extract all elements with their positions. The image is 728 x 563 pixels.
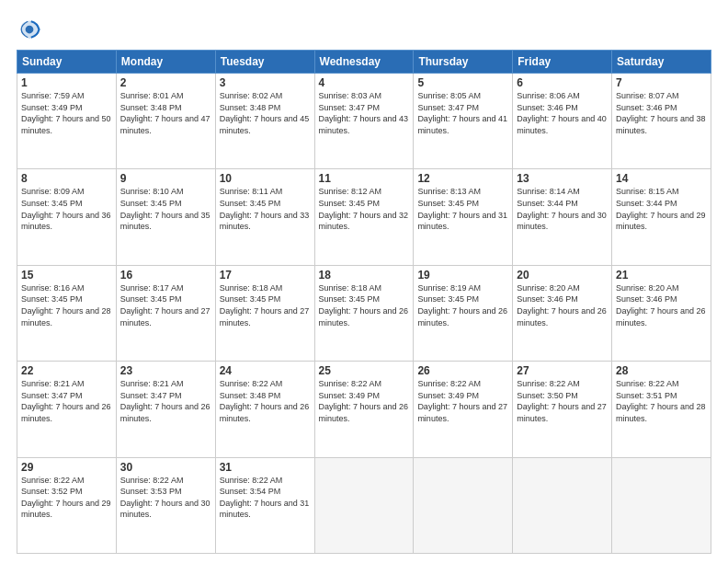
day-info: Sunrise: 8:03 AMSunset: 3:47 PMDaylight:… [319,90,410,136]
day-info: Sunrise: 8:20 AMSunset: 3:46 PMDaylight:… [517,282,608,328]
day-info: Sunrise: 8:01 AMSunset: 3:48 PMDaylight:… [120,90,211,136]
calendar-cell: 22Sunrise: 8:21 AMSunset: 3:47 PMDayligh… [17,362,117,457]
day-number: 31 [220,461,311,474]
calendar-cell [414,457,513,553]
day-info: Sunrise: 8:22 AMSunset: 3:49 PMDaylight:… [417,378,508,424]
day-number: 21 [616,269,707,282]
weekday-header-tuesday: Tuesday [215,51,314,74]
day-info: Sunrise: 8:17 AMSunset: 3:45 PMDaylight:… [120,282,211,328]
day-number: 13 [517,172,608,185]
header [17,17,711,42]
day-number: 16 [120,269,211,282]
calendar-cell: 14Sunrise: 8:15 AMSunset: 3:44 PMDayligh… [612,169,711,265]
weekday-row: SundayMondayTuesdayWednesdayThursdayFrid… [17,51,711,74]
day-info: Sunrise: 8:10 AMSunset: 3:45 PMDaylight:… [120,186,211,232]
day-info: Sunrise: 8:12 AMSunset: 3:45 PMDaylight:… [319,186,410,232]
day-number: 9 [120,172,211,185]
day-number: 25 [319,364,410,377]
calendar-cell: 26Sunrise: 8:22 AMSunset: 3:49 PMDayligh… [414,362,513,457]
day-number: 22 [21,364,112,377]
weekday-header-saturday: Saturday [612,51,711,74]
day-info: Sunrise: 8:21 AMSunset: 3:47 PMDaylight:… [120,378,211,424]
day-number: 11 [319,172,410,185]
day-number: 30 [120,461,211,474]
day-info: Sunrise: 8:22 AMSunset: 3:51 PMDaylight:… [616,378,707,424]
calendar-cell: 16Sunrise: 8:17 AMSunset: 3:45 PMDayligh… [116,265,215,361]
day-number: 14 [616,172,707,185]
calendar-cell: 7Sunrise: 8:07 AMSunset: 3:46 PMDaylight… [612,74,711,169]
calendar-cell: 8Sunrise: 8:09 AMSunset: 3:45 PMDaylight… [17,169,117,265]
calendar-cell: 23Sunrise: 8:21 AMSunset: 3:47 PMDayligh… [116,362,215,457]
day-number: 3 [220,76,311,89]
calendar-cell: 24Sunrise: 8:22 AMSunset: 3:48 PMDayligh… [215,362,314,457]
svg-point-0 [26,26,34,34]
calendar-cell: 10Sunrise: 8:11 AMSunset: 3:45 PMDayligh… [215,169,314,265]
calendar-cell [314,457,414,553]
day-info: Sunrise: 8:06 AMSunset: 3:46 PMDaylight:… [517,90,608,136]
day-number: 7 [616,76,707,89]
day-info: Sunrise: 8:18 AMSunset: 3:45 PMDaylight:… [319,282,410,328]
calendar-cell: 3Sunrise: 8:02 AMSunset: 3:48 PMDaylight… [215,74,314,169]
calendar-cell: 20Sunrise: 8:20 AMSunset: 3:46 PMDayligh… [513,265,612,361]
calendar-week-3: 15Sunrise: 8:16 AMSunset: 3:45 PMDayligh… [17,265,711,361]
calendar-cell: 11Sunrise: 8:12 AMSunset: 3:45 PMDayligh… [314,169,414,265]
day-info: Sunrise: 8:22 AMSunset: 3:50 PMDaylight:… [517,378,608,424]
day-number: 26 [417,364,508,377]
day-number: 17 [220,269,311,282]
calendar-week-5: 29Sunrise: 8:22 AMSunset: 3:52 PMDayligh… [17,457,711,553]
calendar-cell: 18Sunrise: 8:18 AMSunset: 3:45 PMDayligh… [314,265,414,361]
day-number: 8 [21,172,112,185]
day-info: Sunrise: 8:18 AMSunset: 3:45 PMDaylight:… [220,282,311,328]
calendar-cell: 15Sunrise: 8:16 AMSunset: 3:45 PMDayligh… [17,265,117,361]
day-info: Sunrise: 8:15 AMSunset: 3:44 PMDaylight:… [616,186,707,232]
day-number: 28 [616,364,707,377]
calendar-cell: 1Sunrise: 7:59 AMSunset: 3:49 PMDaylight… [17,74,117,169]
day-number: 18 [319,269,410,282]
day-number: 6 [517,76,608,89]
calendar-cell: 12Sunrise: 8:13 AMSunset: 3:45 PMDayligh… [414,169,513,265]
calendar-header: SundayMondayTuesdayWednesdayThursdayFrid… [17,51,711,74]
day-info: Sunrise: 8:20 AMSunset: 3:46 PMDaylight:… [616,282,707,328]
weekday-header-wednesday: Wednesday [314,51,414,74]
calendar-cell [513,457,612,553]
calendar-cell [612,457,711,553]
calendar-cell: 5Sunrise: 8:05 AMSunset: 3:47 PMDaylight… [414,74,513,169]
day-number: 15 [21,269,112,282]
day-info: Sunrise: 8:22 AMSunset: 3:52 PMDaylight:… [21,475,112,521]
day-number: 23 [120,364,211,377]
day-info: Sunrise: 8:16 AMSunset: 3:45 PMDaylight:… [21,282,112,328]
day-info: Sunrise: 8:05 AMSunset: 3:47 PMDaylight:… [417,90,508,136]
day-info: Sunrise: 8:22 AMSunset: 3:54 PMDaylight:… [220,475,311,521]
weekday-header-monday: Monday [116,51,215,74]
day-info: Sunrise: 8:22 AMSunset: 3:49 PMDaylight:… [319,378,410,424]
day-number: 19 [417,269,508,282]
calendar-cell: 19Sunrise: 8:19 AMSunset: 3:45 PMDayligh… [414,265,513,361]
calendar-week-2: 8Sunrise: 8:09 AMSunset: 3:45 PMDaylight… [17,169,711,265]
calendar-cell: 29Sunrise: 8:22 AMSunset: 3:52 PMDayligh… [17,457,117,553]
calendar-cell: 27Sunrise: 8:22 AMSunset: 3:50 PMDayligh… [513,362,612,457]
day-number: 24 [220,364,311,377]
day-info: Sunrise: 8:07 AMSunset: 3:46 PMDaylight:… [616,90,707,136]
day-info: Sunrise: 8:21 AMSunset: 3:47 PMDaylight:… [21,378,112,424]
calendar-cell: 25Sunrise: 8:22 AMSunset: 3:49 PMDayligh… [314,362,414,457]
calendar-cell: 21Sunrise: 8:20 AMSunset: 3:46 PMDayligh… [612,265,711,361]
day-info: Sunrise: 8:22 AMSunset: 3:48 PMDaylight:… [220,378,311,424]
calendar-cell: 17Sunrise: 8:18 AMSunset: 3:45 PMDayligh… [215,265,314,361]
weekday-header-sunday: Sunday [17,51,117,74]
calendar-cell: 4Sunrise: 8:03 AMSunset: 3:47 PMDaylight… [314,74,414,169]
weekday-header-thursday: Thursday [414,51,513,74]
day-number: 4 [319,76,410,89]
day-number: 2 [120,76,211,89]
logo [17,17,44,42]
calendar-cell: 6Sunrise: 8:06 AMSunset: 3:46 PMDaylight… [513,74,612,169]
day-number: 5 [417,76,508,89]
day-number: 29 [21,461,112,474]
calendar-cell: 30Sunrise: 8:22 AMSunset: 3:53 PMDayligh… [116,457,215,553]
day-info: Sunrise: 8:22 AMSunset: 3:53 PMDaylight:… [120,475,211,521]
weekday-header-friday: Friday [513,51,612,74]
calendar-cell: 13Sunrise: 8:14 AMSunset: 3:44 PMDayligh… [513,169,612,265]
calendar-cell: 2Sunrise: 8:01 AMSunset: 3:48 PMDaylight… [116,74,215,169]
day-info: Sunrise: 8:13 AMSunset: 3:45 PMDaylight:… [417,186,508,232]
calendar-table: SundayMondayTuesdayWednesdayThursdayFrid… [17,50,711,554]
day-info: Sunrise: 8:09 AMSunset: 3:45 PMDaylight:… [21,186,112,232]
